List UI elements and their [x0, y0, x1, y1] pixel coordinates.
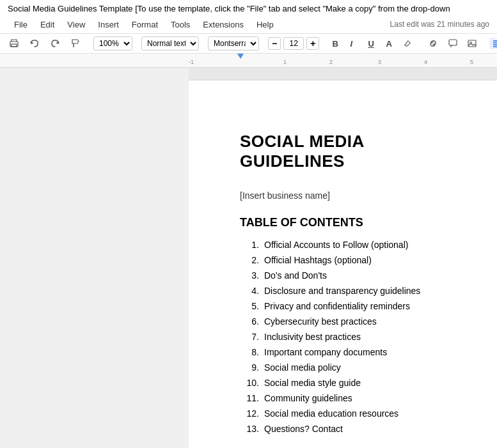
- toc-item: 7.Inclusivity best practices: [240, 332, 446, 342]
- ruler-mark-2: 2: [329, 59, 333, 65]
- toc-item: 12.Social media education resources: [240, 408, 446, 419]
- link-icon: [428, 40, 438, 47]
- toc-item: 2.Official Hashtags (optional): [240, 255, 446, 265]
- ruler: -1 1 2 3 4 5: [0, 54, 497, 68]
- toc-num: 2.: [240, 255, 259, 265]
- redo-button[interactable]: [46, 36, 64, 50]
- toc-text: Official Hashtags (optional): [264, 255, 372, 265]
- toc-item: 3.Do's and Don'ts: [240, 270, 446, 281]
- undo-button[interactable]: [26, 36, 43, 50]
- toc-text: Inclusivity best practices: [264, 332, 361, 342]
- menu-bar: File Edit View Insert Format Tools Exten…: [8, 16, 489, 33]
- toolbar: 100% 75% 125% 150% Normal text Heading 1…: [0, 34, 497, 54]
- toc-num: 13.: [240, 424, 259, 434]
- print-button[interactable]: [5, 36, 23, 50]
- font-size-input[interactable]: [283, 37, 304, 50]
- toc-text: Official Accounts to Follow (optional): [264, 240, 408, 250]
- ruler-mark-3: 3: [378, 59, 381, 65]
- ruler-indent-marker: [237, 54, 244, 59]
- text-color-button[interactable]: A: [382, 37, 397, 50]
- undo-icon: [29, 38, 40, 49]
- font-size-decrease[interactable]: −: [268, 37, 281, 50]
- align-left-button[interactable]: [489, 38, 497, 49]
- menu-format[interactable]: Format: [125, 17, 164, 32]
- document-heading: SOCIAL MEDIA GUIDELINES: [240, 132, 446, 171]
- toc-text: Community guidelines: [264, 393, 352, 403]
- toc-text: Social media style guide: [264, 378, 361, 388]
- toc-num: 11.: [240, 393, 259, 403]
- toc-text: Do's and Don'ts: [264, 270, 327, 281]
- title-bar: Social Media Guidelines Template [To use…: [0, 0, 497, 34]
- toc-num: 7.: [240, 332, 259, 342]
- toc-text: Social media education resources: [264, 408, 398, 419]
- highlight-button[interactable]: [400, 37, 415, 50]
- menu-edit[interactable]: Edit: [34, 17, 61, 32]
- toc-num: 12.: [240, 408, 259, 419]
- toc-text: Cybersecurity best practices: [264, 316, 377, 327]
- toc-num: 3.: [240, 270, 259, 281]
- highlight-icon: [404, 39, 411, 48]
- link-button[interactable]: [424, 38, 442, 49]
- italic-button[interactable]: I: [346, 37, 361, 50]
- toc-num: 8.: [240, 347, 259, 357]
- ruler-mark-5: 5: [470, 59, 473, 65]
- toc-item: 4.Disclosure and transparency guidelines: [240, 286, 446, 296]
- toc-item: 1.Official Accounts to Follow (optional): [240, 240, 446, 250]
- comment-button[interactable]: [445, 37, 461, 50]
- menu-extensions[interactable]: Extensions: [196, 17, 250, 32]
- print-icon: [9, 38, 19, 49]
- toc-item: 5.Privacy and confidentiality reminders: [240, 301, 446, 311]
- paint-format-button[interactable]: [67, 36, 84, 50]
- ruler-mark-4: 4: [424, 59, 427, 65]
- toc-num: 1.: [240, 240, 259, 250]
- toc-num: 10.: [240, 378, 259, 388]
- font-size-increase[interactable]: +: [306, 37, 319, 50]
- toc-text: Social media policy: [264, 362, 341, 373]
- menu-file[interactable]: File: [8, 17, 34, 32]
- menu-view[interactable]: View: [61, 17, 91, 32]
- last-edit-label: Last edit was 21 minutes ago: [390, 20, 489, 30]
- document-page[interactable]: SOCIAL MEDIA GUIDELINES [Insert business…: [189, 81, 497, 448]
- main-area: SOCIAL MEDIA GUIDELINES [Insert business…: [0, 68, 497, 448]
- toc-num: 9.: [240, 362, 259, 373]
- toc-item: 13.Questions? Contact: [240, 424, 446, 434]
- image-button[interactable]: [464, 37, 480, 50]
- redo-icon: [50, 38, 60, 49]
- svg-rect-4: [468, 40, 476, 47]
- toc-text: Disclosure and transparency guidelines: [264, 286, 420, 296]
- toc-item: 9.Social media policy: [240, 362, 446, 373]
- style-select[interactable]: Normal text Heading 1 Heading 2: [141, 36, 199, 50]
- toc-item: 6.Cybersecurity best practices: [240, 316, 446, 327]
- comment-icon: [448, 39, 457, 48]
- toc-num: 6.: [240, 316, 259, 327]
- ruler-mark-1: -1: [189, 59, 194, 65]
- zoom-select[interactable]: 100% 75% 125% 150%: [93, 36, 132, 50]
- toc-item: 10.Social media style guide: [240, 378, 446, 388]
- font-select[interactable]: Montserrat Arial Times New Roman: [208, 36, 259, 50]
- toc-item: 11.Community guidelines: [240, 393, 446, 403]
- toc-item: 8.Important company documents: [240, 347, 446, 357]
- toc-list: 1.Official Accounts to Follow (optional)…: [240, 240, 446, 434]
- sidebar: [0, 68, 189, 448]
- bold-button[interactable]: B: [328, 37, 343, 50]
- underline-button[interactable]: U: [364, 37, 379, 50]
- toc-text: Questions? Contact: [264, 424, 343, 434]
- svg-rect-1: [12, 44, 17, 47]
- image-icon: [468, 39, 477, 48]
- toc-text: Privacy and confidentiality reminders: [264, 301, 410, 311]
- document-area[interactable]: SOCIAL MEDIA GUIDELINES [Insert business…: [189, 68, 497, 448]
- menu-insert[interactable]: Insert: [91, 17, 125, 32]
- business-name: [Insert business name]: [240, 190, 446, 201]
- ruler-mark-1b: 1: [283, 59, 287, 65]
- toc-text: Important company documents: [264, 347, 387, 357]
- menu-tools[interactable]: Tools: [164, 17, 196, 32]
- menu-help[interactable]: Help: [250, 17, 280, 32]
- toc-heading: TABLE OF CONTENTS: [240, 216, 446, 229]
- align-left-icon: [493, 40, 497, 47]
- svg-rect-3: [449, 40, 457, 45]
- document-title: Social Media Guidelines Template [To use…: [8, 4, 455, 16]
- toc-num: 5.: [240, 301, 259, 311]
- toc-num: 4.: [240, 286, 259, 296]
- paint-format-icon: [70, 38, 81, 49]
